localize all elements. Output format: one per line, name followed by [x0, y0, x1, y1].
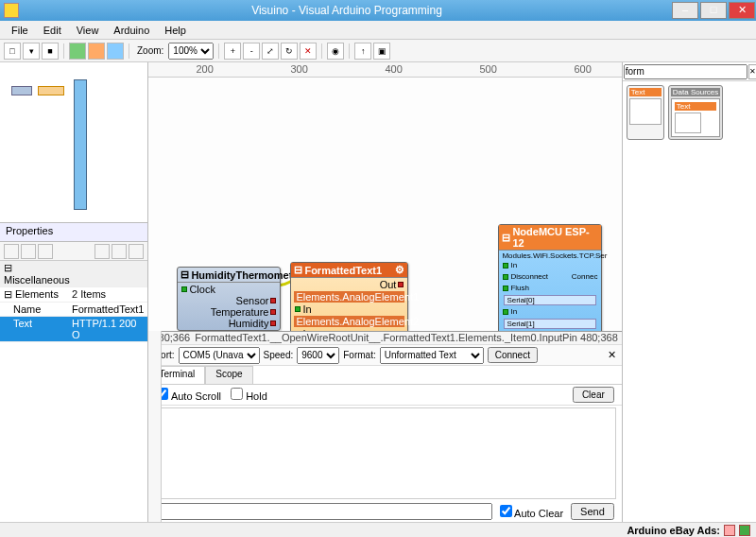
- upload-icon[interactable]: ↑: [354, 43, 371, 60]
- search-clear-icon[interactable]: ✕: [748, 64, 756, 79]
- main-toolbar: □ ▾ ■ Zoom: 100% + - ⤢ ↻ ✕ ◉ ↑ ▣: [0, 40, 756, 62]
- menu-help[interactable]: Help: [157, 23, 194, 38]
- palette-item-text[interactable]: [629, 98, 662, 125]
- connect-button[interactable]: Connect: [488, 347, 538, 363]
- palette-group-text: Text: [627, 85, 664, 140]
- menu-bar: File Edit View Arduino Help: [0, 21, 756, 40]
- autoscroll-checkbox[interactable]: Auto Scroll: [156, 388, 221, 402]
- open-button[interactable]: ▾: [23, 43, 40, 60]
- tab-scope[interactable]: Scope: [205, 366, 252, 384]
- bottom-panel: 480;366 FormattedText1.__OpenWireRootUni…: [148, 331, 621, 522]
- zoom-in-icon[interactable]: +: [224, 43, 241, 60]
- format-select[interactable]: Unformatted Text: [380, 347, 484, 364]
- palette-group-datasources: Data Sources Text: [668, 85, 723, 140]
- hold-checkbox[interactable]: Hold: [231, 388, 267, 402]
- window-title: Visuino - Visual Arduino Programming: [23, 4, 671, 17]
- title-bar: Visuino - Visual Arduino Programming – □…: [0, 0, 756, 21]
- maximize-button[interactable]: □: [700, 2, 727, 19]
- speed-label: Speed:: [264, 350, 294, 360]
- minus-icon[interactable]: ⊟: [294, 264, 302, 276]
- send-input[interactable]: [156, 503, 491, 520]
- delete-icon[interactable]: ✕: [300, 43, 317, 60]
- minimap[interactable]: [0, 62, 147, 223]
- prop-btn-5[interactable]: [112, 244, 127, 259]
- group2-button[interactable]: [88, 43, 105, 60]
- node-humidity-thermometer[interactable]: ⊟HumidityThermometer1 Clock Sensor Tempe…: [177, 267, 281, 331]
- zoom-select[interactable]: 100%: [168, 43, 214, 60]
- properties-tab[interactable]: Properties: [0, 223, 147, 242]
- globe-icon[interactable]: ◉: [327, 43, 344, 60]
- speed-select[interactable]: 9600: [297, 347, 339, 364]
- ads-label: Arduino eBay Ads:: [627, 525, 720, 536]
- refresh-icon[interactable]: ↻: [281, 43, 298, 60]
- element-analog-1[interactable]: Elements.AnalogElement1: [294, 291, 404, 303]
- zoom-out-icon[interactable]: -: [243, 43, 260, 60]
- menu-arduino[interactable]: Arduino: [106, 23, 157, 38]
- prop-text-row[interactable]: TextHTTP/1.1 200 O: [0, 317, 147, 342]
- prop-btn-1[interactable]: [4, 244, 19, 259]
- menu-view[interactable]: View: [69, 23, 107, 38]
- send-button[interactable]: Send: [571, 503, 614, 520]
- node-tools-icon[interactable]: ⚙: [395, 264, 404, 276]
- node-formatted-text[interactable]: ⊟FormattedText1⚙ Out Elements.AnalogElem…: [290, 262, 408, 331]
- ruler-horizontal: 200300400500600: [148, 62, 621, 78]
- status-icon-1[interactable]: [724, 525, 735, 536]
- node-nodemcu[interactable]: ⊟NodeMCU ESP-12 Modules.WiFi.Sockets.TCP…: [498, 224, 602, 331]
- terminal-output[interactable]: [154, 407, 615, 499]
- format-label: Format:: [343, 350, 375, 360]
- minus-icon[interactable]: ⊟: [180, 268, 189, 281]
- status-bar: Arduino eBay Ads:: [0, 522, 756, 537]
- property-tree[interactable]: ⊟ Miscellaneous ⊟ Elements2 Items NameFo…: [0, 261, 147, 522]
- palette-item-ds[interactable]: [675, 113, 701, 133]
- prop-btn-4[interactable]: [94, 244, 110, 259]
- minimize-button[interactable]: –: [672, 2, 698, 19]
- device-icon[interactable]: ▣: [373, 43, 390, 60]
- close-panel-icon[interactable]: ✕: [608, 349, 616, 361]
- status-icon-2[interactable]: [739, 525, 750, 536]
- properties-toolbar: [0, 242, 147, 261]
- status-line: 480;366 FormattedText1.__OpenWireRootUni…: [148, 332, 621, 345]
- port-select[interactable]: COM5 (Unava: [179, 347, 260, 364]
- left-panel: Properties ⊟ Miscellaneous ⊟ Elements2 I…: [0, 62, 148, 522]
- app-icon: [4, 3, 19, 18]
- zoom-fit-icon[interactable]: ⤢: [262, 43, 279, 60]
- autoclear-checkbox[interactable]: Auto Clear: [500, 505, 563, 519]
- new-button[interactable]: □: [4, 43, 21, 60]
- group3-button[interactable]: [107, 43, 124, 60]
- clear-button[interactable]: Clear: [573, 387, 614, 403]
- search-input[interactable]: [624, 64, 747, 79]
- prop-btn-2[interactable]: [21, 244, 36, 259]
- prop-btn-6[interactable]: [129, 244, 144, 259]
- menu-edit[interactable]: Edit: [36, 23, 69, 38]
- save-button[interactable]: ■: [42, 43, 59, 60]
- zoom-label: Zoom:: [137, 45, 163, 56]
- group1-button[interactable]: [69, 43, 86, 60]
- right-panel: ✕ ◧ ☰ ▦ Text Data Sources Text: [622, 62, 756, 522]
- prop-btn-3[interactable]: [38, 244, 53, 259]
- minus-icon[interactable]: ⊟: [502, 232, 510, 244]
- close-button[interactable]: ✕: [729, 2, 755, 19]
- menu-file[interactable]: File: [4, 23, 36, 38]
- design-canvas[interactable]: ⊟HumidityThermometer1 Clock Sensor Tempe…: [148, 78, 621, 331]
- element-analog-2[interactable]: Elements.AnalogElement2: [294, 316, 404, 327]
